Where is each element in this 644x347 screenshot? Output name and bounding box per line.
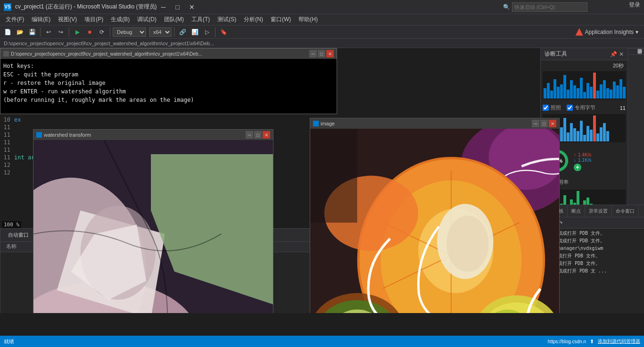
title-bar: VS cv_project1 (正在运行) - Microsoft Visual…: [0, 0, 644, 14]
image-min[interactable]: ─: [532, 120, 539, 127]
menu-help[interactable]: 帮助(H): [295, 15, 322, 25]
tab-breakpoints[interactable]: 断点: [568, 205, 585, 217]
menu-tools[interactable]: 工具(T): [188, 15, 214, 25]
toolbar-attach[interactable]: 🔗: [177, 26, 188, 38]
toolbar-bookmark[interactable]: 🔖: [218, 26, 229, 38]
minimize-btn[interactable]: ─: [157, 0, 170, 14]
svg-point-22: [446, 215, 489, 272]
vert-tab-2[interactable]: 四个通道控制: [628, 54, 644, 60]
watershed-close[interactable]: ✕: [263, 131, 270, 139]
watershed-max[interactable]: □: [254, 131, 262, 139]
down-arrow: ↓: [574, 157, 576, 163]
image-controls: ─ □ ✕: [532, 120, 556, 127]
diag-pin-icon[interactable]: 📌: [610, 51, 617, 58]
diag-checkbox-1[interactable]: [543, 105, 549, 111]
toolbar-save[interactable]: 💾: [26, 26, 38, 38]
vertical-tabs: 测试通道推断 四个通道控制: [627, 48, 644, 227]
menu-window[interactable]: 窗口(W): [267, 15, 295, 25]
menu-build[interactable]: 生成(B): [107, 15, 133, 25]
toolbar-redo[interactable]: ↪: [55, 26, 66, 38]
watershed-controls: ─ □ ✕: [246, 131, 270, 139]
config-combo[interactable]: Debug Release: [113, 27, 146, 37]
console-titlebar: D:\opencv_project\opencv_project9\cv_pro…: [0, 49, 337, 59]
menu-edit[interactable]: 编辑(E): [28, 15, 54, 25]
net-stats-container: ↑ 1.4K/s ↓ 1.1K/s +: [574, 152, 591, 171]
quick-launch-area: 🔍: [503, 0, 587, 14]
toolbar-more[interactable]: ▷: [201, 26, 213, 38]
close-btn[interactable]: ✕: [185, 0, 198, 14]
image-canvas[interactable]: [310, 129, 559, 313]
window-controls: ─ □ ✕: [157, 0, 198, 14]
watershed-min[interactable]: ─: [246, 131, 253, 139]
up-arrow: ↑: [574, 152, 576, 157]
menu-file[interactable]: 文件(F): [2, 15, 28, 25]
image-window: image ─ □ ✕: [310, 118, 560, 313]
vert-tab-1[interactable]: 测试通道推断: [628, 48, 644, 54]
console-path: D:\opencv_project\opencv_project9\cv_pro…: [11, 51, 202, 57]
menu-view[interactable]: 视图(V): [54, 15, 81, 25]
console-line-4: w or ENTER - run watershed algorithm: [3, 87, 334, 96]
diag-label-2: 专用字节: [575, 104, 595, 111]
diag-close-icon[interactable]: ✕: [619, 51, 624, 58]
menu-bar: 文件(F) 编辑(E) 视图(V) 项目(P) 生成(B) 调试(D) 团队(M…: [0, 14, 644, 25]
toolbar-open[interactable]: 📂: [14, 26, 25, 38]
fruit-svg: [310, 129, 559, 313]
tab-exceptions[interactable]: 异常设置: [585, 205, 612, 217]
console-max[interactable]: □: [318, 50, 325, 58]
toolbar-sep2: [69, 27, 69, 37]
console-win-controls: ─ □ ✕: [309, 50, 334, 58]
menu-debug[interactable]: 调试(D): [133, 15, 160, 25]
insights-icon: [576, 28, 583, 36]
vs-logo: VS: [4, 3, 11, 11]
register-btn[interactable]: 登录: [629, 1, 640, 9]
auto-tab-1[interactable]: 自动窗口: [0, 229, 37, 241]
quick-launch-input[interactable]: [512, 2, 587, 12]
title-text: cv_project1 (正在运行) - Microsoft Visual St…: [15, 3, 157, 11]
net-add-btn[interactable]: +: [574, 164, 581, 171]
console-icon: [3, 51, 9, 57]
menu-test[interactable]: 测试(S): [214, 15, 240, 25]
status-ready: 就绪: [4, 338, 14, 345]
path-bar: D:\opencv_project\opencv_project9\cv_pro…: [0, 39, 644, 48]
diag-timer-display: 20秒: [541, 60, 627, 71]
toolbar-sep4: [174, 27, 174, 37]
toolbar-perf[interactable]: 📊: [189, 26, 200, 38]
toolbar-stop[interactable]: ■: [84, 26, 95, 38]
toolbar-start[interactable]: ▶: [72, 26, 83, 38]
app-insights-button[interactable]: Application Insights ▾: [572, 27, 642, 37]
tab-command[interactable]: 命令窗口: [612, 205, 639, 217]
watershed-title: watershed transform: [44, 132, 91, 138]
menu-analyze[interactable]: 分析(N): [240, 15, 267, 25]
menu-project[interactable]: 项目(P): [81, 15, 107, 25]
toolbar-undo[interactable]: ↩: [43, 26, 54, 38]
console-content: Hot keys: ESC - quit the program r - res…: [0, 59, 337, 114]
search-icon: 🔍: [503, 4, 510, 10]
image-close[interactable]: ✕: [549, 120, 556, 127]
toolbar-sep5: [215, 27, 215, 37]
toolbar-restart[interactable]: ⟳: [96, 26, 107, 38]
diag-label-1: 照照: [551, 104, 561, 111]
net-down-row: ↓ 1.1K/s: [574, 157, 591, 163]
net-up-value: 1.4K/s: [578, 152, 591, 157]
net-up-row: ↑ 1.4K/s: [574, 152, 591, 157]
maximize-btn[interactable]: □: [171, 0, 184, 14]
toolbar-sep3: [110, 27, 110, 37]
dropdown-icon: ▾: [636, 29, 638, 35]
status-action-icon: ⬆: [590, 339, 594, 345]
console-min[interactable]: ─: [309, 50, 317, 58]
watershed-canvas[interactable]: [33, 140, 273, 313]
platform-combo[interactable]: x64 x86: [149, 27, 172, 37]
image-title: image: [321, 121, 335, 126]
status-url: https://blog.csdn.n: [548, 339, 586, 344]
diag-checkbox-2[interactable]: [567, 105, 573, 111]
toolbar-new[interactable]: 📄: [2, 26, 13, 38]
console-line-2: ESC - quit the program: [3, 70, 334, 79]
image-max[interactable]: □: [540, 120, 548, 127]
console-close[interactable]: ✕: [326, 50, 334, 58]
watershed-window: watershed transform ─ □ ✕: [33, 129, 273, 313]
console-line-5: (before running it, roughly mark the are…: [3, 96, 334, 104]
image-titlebar: image ─ □ ✕: [310, 118, 559, 129]
menu-team[interactable]: 团队(M): [160, 15, 188, 25]
watershed-svg: [33, 140, 273, 313]
status-action[interactable]: 添加到源代码管理器: [598, 338, 640, 345]
